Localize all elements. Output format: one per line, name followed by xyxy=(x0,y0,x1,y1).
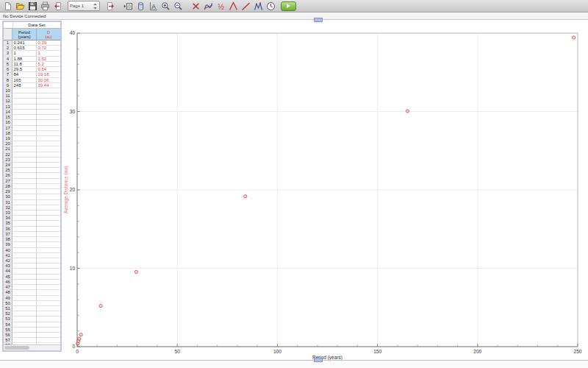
autoscale-icon[interactable]: A xyxy=(148,1,158,11)
row-number[interactable]: 15 xyxy=(4,115,12,120)
row-number[interactable]: 19 xyxy=(4,136,12,141)
table-cell[interactable] xyxy=(12,88,37,93)
table-cell[interactable] xyxy=(12,200,37,205)
table-cell[interactable] xyxy=(37,306,60,311)
column-header-d[interactable]: D(au) xyxy=(37,29,60,40)
row-number[interactable]: 57 xyxy=(4,338,12,343)
table-cell[interactable] xyxy=(37,131,60,136)
table-cell[interactable] xyxy=(37,333,60,338)
table-cell[interactable] xyxy=(37,221,60,226)
table-cell[interactable] xyxy=(37,105,60,110)
row-number[interactable]: 22 xyxy=(4,152,12,158)
row-number[interactable]: 12 xyxy=(4,99,12,104)
row-number[interactable]: 41 xyxy=(4,253,12,258)
table-cell[interactable] xyxy=(37,152,60,158)
row-number[interactable]: 49 xyxy=(4,296,12,301)
curve-fit-icon[interactable] xyxy=(253,1,263,11)
table-cell[interactable] xyxy=(12,216,37,221)
table-cell[interactable] xyxy=(12,221,37,226)
table-cell[interactable] xyxy=(12,242,37,247)
row-number[interactable]: 44 xyxy=(4,269,12,274)
table-cell[interactable] xyxy=(37,269,60,274)
table-cell[interactable] xyxy=(12,110,37,115)
data-point[interactable] xyxy=(135,270,137,273)
row-number[interactable]: 6 xyxy=(4,67,12,72)
row-number[interactable]: 48 xyxy=(4,290,12,295)
table-cell[interactable]: 5.2 xyxy=(37,62,60,67)
row-number[interactable]: 25 xyxy=(4,168,12,173)
table-cell[interactable]: 30.06 xyxy=(37,78,60,83)
table-cell[interactable] xyxy=(12,227,37,232)
row-number[interactable]: 20 xyxy=(4,141,12,146)
table-cell[interactable]: 1 xyxy=(12,51,37,56)
table-cell[interactable] xyxy=(37,227,60,232)
table-cell[interactable] xyxy=(12,280,37,285)
data-point[interactable] xyxy=(79,333,82,336)
table-cell[interactable] xyxy=(12,152,37,158)
table-cell[interactable] xyxy=(12,146,37,152)
row-number[interactable]: 18 xyxy=(4,131,12,136)
data-point[interactable] xyxy=(406,110,409,113)
table-cell[interactable] xyxy=(37,290,60,295)
table-cell[interactable] xyxy=(37,173,60,178)
table-cell[interactable] xyxy=(37,99,60,104)
row-number[interactable]: 56 xyxy=(4,333,12,338)
row-number[interactable]: 52 xyxy=(4,311,12,316)
table-cell[interactable] xyxy=(37,322,60,328)
table-cell[interactable] xyxy=(37,316,60,322)
table-cell[interactable] xyxy=(12,194,37,199)
table-horizontal-scrollbar[interactable] xyxy=(4,344,60,350)
row-number[interactable]: 10 xyxy=(4,88,12,93)
table-cell[interactable] xyxy=(37,275,60,280)
table-cell[interactable]: 0.72 xyxy=(37,46,60,51)
row-number[interactable]: 45 xyxy=(4,275,12,280)
table-cell[interactable] xyxy=(37,88,60,93)
data-point[interactable] xyxy=(99,305,102,308)
row-number[interactable]: 31 xyxy=(4,200,12,205)
print-icon[interactable] xyxy=(40,1,50,11)
table-cell[interactable] xyxy=(37,179,60,184)
table-cell[interactable] xyxy=(12,333,37,338)
row-number[interactable]: 4 xyxy=(4,57,12,62)
table-cell[interactable] xyxy=(12,237,37,242)
table-cell[interactable] xyxy=(12,163,37,168)
table-cell[interactable] xyxy=(12,275,37,280)
row-number[interactable]: 50 xyxy=(4,301,12,306)
row-number[interactable]: 24 xyxy=(4,163,12,168)
data-collection-icon[interactable] xyxy=(265,1,276,11)
table-cell[interactable] xyxy=(12,258,37,263)
table-cell[interactable] xyxy=(12,322,37,328)
previous-page-icon[interactable] xyxy=(52,1,62,11)
table-cell[interactable] xyxy=(37,216,60,221)
table-cell[interactable] xyxy=(37,168,60,173)
row-number[interactable]: 1 xyxy=(4,40,12,46)
row-number[interactable]: 38 xyxy=(4,237,12,242)
table-cell[interactable] xyxy=(37,126,60,131)
table-cell[interactable] xyxy=(37,242,60,247)
table-cell[interactable] xyxy=(37,93,60,99)
table-cell[interactable] xyxy=(37,136,60,141)
table-cell[interactable] xyxy=(37,146,60,152)
page-selector[interactable]: Page 1 xyxy=(68,1,100,11)
table-cell[interactable] xyxy=(37,115,60,120)
table-cell[interactable]: 11.8 xyxy=(12,62,37,67)
row-number[interactable]: 29 xyxy=(4,189,12,194)
integral-icon[interactable]: ½ xyxy=(215,1,226,11)
new-document-icon[interactable] xyxy=(2,1,12,11)
table-cell[interactable] xyxy=(12,99,37,104)
table-cell[interactable] xyxy=(12,115,37,120)
table-cell[interactable] xyxy=(37,210,60,216)
row-number[interactable]: 53 xyxy=(4,316,12,322)
zoom-in-icon[interactable] xyxy=(160,1,171,11)
row-number[interactable]: 47 xyxy=(4,285,12,290)
table-cell[interactable] xyxy=(37,189,60,194)
table-cell[interactable]: 0.241 xyxy=(12,40,37,46)
table-cell[interactable]: 9.54 xyxy=(37,67,60,72)
table-cell[interactable] xyxy=(12,263,37,269)
table-cell[interactable]: 0.615 xyxy=(12,46,37,51)
data-point[interactable] xyxy=(78,337,81,340)
zoom-out-icon[interactable] xyxy=(173,1,183,11)
table-cell[interactable] xyxy=(12,105,37,110)
table-cell[interactable] xyxy=(12,338,37,343)
collect-button[interactable] xyxy=(281,1,296,11)
